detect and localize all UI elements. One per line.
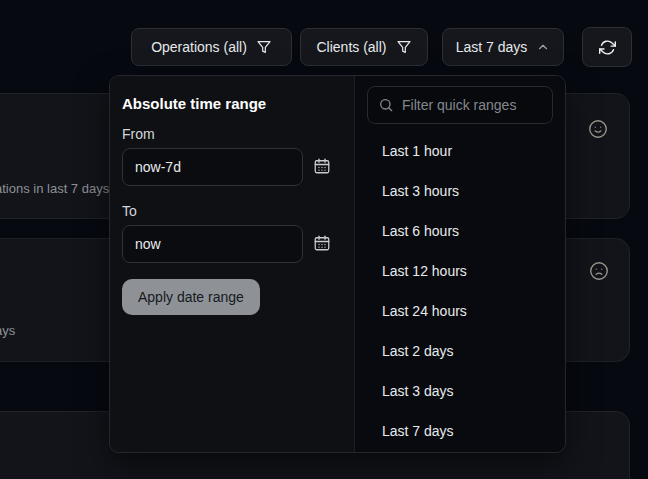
quick-range-item-last-24-hours[interactable]: Last 24 hours bbox=[355, 291, 565, 331]
app-screen: ations in last 7 days ays Operations (al… bbox=[0, 0, 648, 479]
quick-range-item-last-3-days[interactable]: Last 3 days bbox=[355, 371, 565, 411]
quick-range-item-last-6-hours[interactable]: Last 6 hours bbox=[355, 211, 565, 251]
sad-face-icon bbox=[588, 260, 610, 282]
absolute-time-range-title: Absolute time range bbox=[122, 95, 342, 112]
absolute-time-range-panel: Absolute time range From bbox=[110, 76, 355, 452]
quick-range-item-last-12-hours[interactable]: Last 12 hours bbox=[355, 251, 565, 291]
filter-icon bbox=[256, 39, 272, 55]
to-calendar-button[interactable] bbox=[312, 234, 332, 254]
filter-quick-ranges-input[interactable] bbox=[367, 86, 553, 124]
filter-icon bbox=[396, 39, 412, 55]
time-picker-dropdown: Absolute time range From bbox=[109, 75, 566, 453]
quick-range-item-last-3-hours[interactable]: Last 3 hours bbox=[355, 171, 565, 211]
clients-filter-label: Clients (all) bbox=[316, 39, 386, 55]
card-subtitle-truncated: ations in last 7 days bbox=[0, 181, 109, 196]
calendar-icon bbox=[313, 157, 331, 178]
clients-filter-button[interactable]: Clients (all) bbox=[300, 28, 428, 66]
calendar-icon bbox=[313, 234, 331, 255]
time-range-dropdown-button[interactable]: Last 7 days bbox=[442, 28, 564, 66]
time-range-label: Last 7 days bbox=[456, 39, 528, 55]
from-calendar-button[interactable] bbox=[312, 157, 332, 177]
neutral-face-icon bbox=[587, 118, 609, 140]
refresh-icon bbox=[599, 39, 616, 56]
quick-ranges-list: Last 1 hour Last 3 hours Last 6 hours La… bbox=[355, 131, 565, 451]
apply-date-range-button[interactable]: Apply date range bbox=[122, 279, 260, 315]
operations-filter-button[interactable]: Operations (all) bbox=[131, 28, 292, 66]
to-label: To bbox=[122, 203, 342, 219]
to-input[interactable] bbox=[122, 225, 303, 263]
quick-range-item-last-2-days[interactable]: Last 2 days bbox=[355, 331, 565, 371]
quick-range-item-last-7-days[interactable]: Last 7 days bbox=[355, 411, 565, 451]
operations-filter-label: Operations (all) bbox=[151, 39, 247, 55]
chevron-up-icon bbox=[536, 40, 550, 54]
quick-ranges-panel: Last 1 hour Last 3 hours Last 6 hours La… bbox=[355, 76, 565, 452]
from-label: From bbox=[122, 126, 342, 142]
from-input[interactable] bbox=[122, 148, 303, 186]
card-subtitle-truncated: ays bbox=[0, 323, 15, 338]
refresh-button[interactable] bbox=[582, 27, 632, 67]
quick-range-item-last-1-hour[interactable]: Last 1 hour bbox=[355, 131, 565, 171]
